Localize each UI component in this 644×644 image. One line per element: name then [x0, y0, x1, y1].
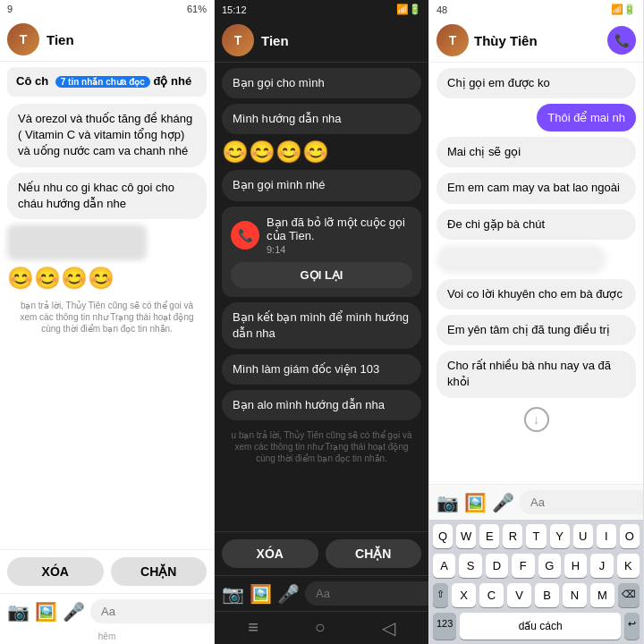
- msg-2-e: Mình làm giám đốc viện 103: [222, 354, 421, 385]
- key-d[interactable]: D: [486, 554, 508, 578]
- avatar-2: T: [222, 24, 254, 56]
- contact-name-1: Tien: [47, 32, 74, 47]
- back-icon[interactable]: ◁: [382, 617, 395, 639]
- delete-button-1[interactable]: XÓA: [7, 557, 104, 586]
- mic-icon-3[interactable]: 🎤: [492, 492, 514, 513]
- input-bar-3: 📷 🖼️ 🎤 🙂: [429, 484, 643, 520]
- camera-icon-1[interactable]: 📷: [7, 601, 30, 623]
- message-list-1: Cô ch 7 tin nhắn chưa đọc độ nhé Và orez…: [0, 62, 214, 549]
- block-button-2[interactable]: CHẶN: [326, 539, 422, 568]
- missed-call-box: 📞 Bạn đã bỏ lỡ một cuộc gọi của Tien. 9:…: [222, 207, 421, 297]
- panel-2-dark: 15:12 📶🔋 T Tien Bạn gọi cho mình Mình hư…: [215, 0, 429, 644]
- key-m[interactable]: M: [590, 583, 614, 607]
- key-r[interactable]: R: [503, 524, 522, 548]
- image-icon-1[interactable]: 🖼️: [35, 601, 57, 623]
- status-bar-2: 15:12 📶🔋: [215, 0, 428, 19]
- msg-3-b: Em em cam may va bat lao ngoài: [436, 173, 636, 203]
- mic-icon-2[interactable]: 🎤: [277, 583, 300, 605]
- home-indicator-1: hêm: [0, 629, 214, 644]
- key-g[interactable]: G: [538, 554, 561, 578]
- home-icon[interactable]: ○: [315, 617, 326, 639]
- call-button-3[interactable]: 📞: [607, 26, 636, 55]
- contact-name-2: Tien: [261, 33, 289, 48]
- msg-2-b: Mình hướng dẫn nha: [222, 104, 421, 134]
- action-bar-2: XÓA CHẶN: [215, 531, 428, 575]
- nav-bar-dark: ≡ ○ ◁: [215, 611, 428, 644]
- missed-call-text: Bạn đã bỏ lỡ một cuộc gọi của Tien.: [267, 216, 412, 242]
- time-2: 15:12: [222, 4, 247, 15]
- key-e[interactable]: E: [479, 524, 499, 548]
- key-space[interactable]: dấu cách: [460, 613, 621, 640]
- action-bar-1: XÓA CHẶN: [0, 549, 214, 593]
- time-3: 48: [436, 4, 447, 15]
- key-h[interactable]: H: [564, 554, 587, 578]
- key-shift[interactable]: ⇧: [433, 583, 448, 607]
- msg-2-c: Bạn gọi mình nhé: [222, 170, 421, 200]
- message-input-3[interactable]: [520, 490, 644, 514]
- key-w[interactable]: W: [456, 524, 476, 548]
- message-input-2[interactable]: [305, 581, 429, 606]
- key-f[interactable]: F: [512, 554, 534, 578]
- blurred-image-1: [7, 225, 147, 260]
- panel-3-purple: 48 📶🔋 T Thùy Tiên 📞 Chị gọi em được ko T…: [429, 0, 644, 644]
- missed-call-info: Bạn đã bỏ lỡ một cuộc gọi của Tien. 9:14: [267, 216, 412, 255]
- block-button-1[interactable]: CHẶN: [111, 557, 208, 586]
- key-j[interactable]: J: [590, 554, 613, 578]
- header-1: T Tien: [0, 18, 214, 62]
- recall-button[interactable]: GỌI LẠI: [231, 262, 412, 288]
- msg-2-a: Bạn gọi cho mình: [222, 68, 421, 98]
- keyboard-row-3: ⇧ X C V B N M ⌫: [429, 580, 643, 610]
- key-backspace[interactable]: ⌫: [618, 583, 640, 607]
- key-return[interactable]: ↩: [624, 613, 640, 640]
- key-s[interactable]: S: [459, 554, 481, 578]
- msg-2-f: Bạn alo mình hướng dẫn nha: [222, 390, 421, 420]
- notification-box-1: Cô ch 7 tin nhắn chưa đọc độ nhé: [7, 67, 207, 97]
- msg-3-incoming-1: Chị gọi em được ko: [436, 68, 636, 98]
- msg-3-d: Voi co lời khuyên cho em bà được: [436, 279, 636, 309]
- msg-3-blurred: [436, 245, 606, 274]
- status-bar-3: 48 📶🔋: [429, 0, 643, 19]
- input-bar-1: 📷 🖼️ 🎤 🙂: [0, 593, 214, 629]
- input-bar-2: 📷 🖼️ 🎤 🙂: [215, 575, 428, 611]
- menu-icon[interactable]: ≡: [248, 617, 258, 639]
- msg-3-outgoing-1: Thôi để mai nh: [537, 104, 636, 131]
- msg-3-a: Mai chị sẽ gọi: [436, 137, 636, 167]
- key-b[interactable]: B: [535, 583, 559, 607]
- download-circle: ↓: [524, 407, 549, 432]
- key-numbers[interactable]: 123: [433, 613, 456, 640]
- key-y[interactable]: Y: [550, 524, 570, 548]
- battery-1: 61%: [187, 4, 207, 14]
- key-c[interactable]: C: [479, 583, 504, 607]
- key-v[interactable]: V: [507, 583, 531, 607]
- header-2: T Tien: [215, 19, 428, 63]
- avatar-3: T: [436, 24, 469, 56]
- message-list-3: Chị gọi em được ko Thôi để mai nh Mai ch…: [429, 63, 643, 484]
- keyboard-row-4: 123 dấu cách ↩: [429, 610, 643, 642]
- mic-icon-1[interactable]: 🎤: [63, 601, 85, 623]
- key-u[interactable]: U: [573, 524, 593, 548]
- key-i[interactable]: I: [597, 524, 616, 548]
- key-k[interactable]: K: [617, 554, 640, 578]
- delete-button-2[interactable]: XÓA: [222, 539, 318, 568]
- message-input-1[interactable]: [90, 599, 215, 623]
- key-n[interactable]: N: [563, 583, 587, 607]
- msg-2-d: Bạn kết bạn mình để mình hướng dẫn nha: [222, 302, 421, 349]
- camera-icon-2[interactable]: 📷: [222, 583, 244, 605]
- image-icon-3[interactable]: 🖼️: [464, 492, 487, 513]
- download-indicator[interactable]: ↓: [436, 403, 636, 436]
- emoji-row-1: 😊😊😊😊: [7, 266, 207, 291]
- key-a[interactable]: A: [433, 554, 455, 578]
- keyboard: Q W E R T Y U I O A S D F G H J K ⇧ X C …: [429, 520, 643, 644]
- key-x[interactable]: X: [452, 583, 476, 607]
- key-q[interactable]: Q: [433, 524, 453, 548]
- notif-title-1: Cô ch 7 tin nhắn chưa đọc độ nhé: [16, 74, 198, 88]
- call-icon: 📞: [231, 221, 259, 250]
- image-icon-2[interactable]: 🖼️: [250, 583, 272, 605]
- status-bar-1: 9 61%: [0, 0, 214, 18]
- key-o[interactable]: O: [620, 524, 640, 548]
- camera-icon-3[interactable]: 📷: [436, 492, 459, 513]
- msg-3-f: Cho rất nhiều bà nhu nay va đã khỏi: [436, 351, 636, 397]
- key-t[interactable]: T: [526, 524, 546, 548]
- msg-3-c: Đe chi gặp bà chút: [436, 209, 636, 240]
- msg-3-e: Em yên tâm chị đã tung điều trị: [436, 315, 636, 345]
